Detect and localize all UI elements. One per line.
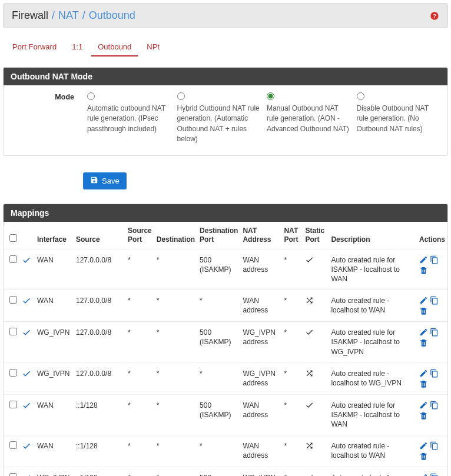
- mappings-panel: Mappings InterfaceSourceSource PortDesti…: [3, 204, 448, 476]
- source-cell: 127.0.0.0/8: [74, 362, 125, 394]
- nat-address-cell: WAN address: [240, 249, 281, 290]
- actions-cell: [417, 467, 447, 476]
- source-cell: ::1/128: [74, 467, 125, 476]
- delete-icon[interactable]: [419, 452, 428, 461]
- mode-desc: Hybrid Outbound NAT rule generation. (Au…: [177, 104, 261, 145]
- mappings-table: InterfaceSourceSource PortDestinationDes…: [4, 222, 447, 476]
- source-port-cell: *: [125, 249, 154, 290]
- mode-label: Mode: [11, 92, 87, 145]
- col-header: Source Port: [125, 222, 154, 249]
- delete-icon[interactable]: [419, 266, 428, 275]
- breadcrumb-sep: /: [82, 9, 85, 22]
- tab-1-1[interactable]: 1:1: [65, 39, 89, 56]
- panel-header: Mappings: [4, 204, 447, 222]
- help-icon[interactable]: ?: [430, 11, 439, 21]
- nat-address-cell: WAN address: [240, 394, 281, 435]
- static-port-cell: [303, 394, 329, 435]
- interface-cell: WAN: [35, 394, 74, 435]
- edit-icon[interactable]: [419, 296, 428, 305]
- description-cell: Auto created rule for ISAKMP - localhost…: [329, 249, 417, 290]
- description-cell: Auto created rule for ISAKMP - localhost…: [329, 322, 417, 363]
- actions-cell: [417, 322, 447, 363]
- check-icon: [305, 330, 314, 338]
- col-header: Source: [74, 222, 125, 249]
- enabled-check-icon[interactable]: [22, 404, 31, 412]
- mode-radio[interactable]: [87, 92, 95, 100]
- enabled-check-icon[interactable]: [22, 444, 31, 452]
- check-icon: [305, 403, 314, 411]
- save-button[interactable]: Save: [83, 172, 127, 189]
- table-row: WAN::1/128***WAN address*Auto created ru…: [4, 435, 447, 467]
- description-cell: Auto created rule for ISAKMP - localhost…: [329, 394, 417, 435]
- actions-cell: [417, 435, 447, 467]
- destination-port-cell: 500 (ISAKMP): [197, 394, 240, 435]
- shuffle-icon: [305, 298, 314, 307]
- row-select-checkbox[interactable]: [9, 369, 17, 377]
- description-cell: Auto created rule for ISAKMP - localhost…: [329, 467, 417, 476]
- row-select-checkbox[interactable]: [9, 441, 17, 449]
- edit-icon[interactable]: [419, 473, 428, 476]
- col-header: NAT Port: [281, 222, 303, 249]
- destination-port-cell: 500 (ISAKMP): [197, 467, 240, 476]
- row-select-checkbox[interactable]: [9, 473, 17, 476]
- tab-npt[interactable]: NPt: [140, 39, 166, 56]
- mode-radio[interactable]: [357, 92, 364, 100]
- breadcrumb-root: Firewall: [12, 9, 48, 22]
- interface-cell: WG_IVPN: [35, 362, 74, 394]
- copy-icon[interactable]: [430, 401, 439, 410]
- mode-options: Automatic outbound NAT rule generation. …: [87, 92, 440, 145]
- source-port-cell: *: [125, 435, 154, 467]
- enabled-check-icon[interactable]: [22, 299, 31, 307]
- tab-outbound[interactable]: Outbound: [91, 39, 138, 56]
- destination-cell: *: [154, 467, 197, 476]
- delete-icon[interactable]: [419, 380, 428, 388]
- mode-radio[interactable]: [177, 92, 185, 100]
- copy-icon[interactable]: [430, 255, 439, 264]
- col-header: Actions: [417, 222, 447, 249]
- actions-cell: [417, 290, 447, 322]
- enabled-check-icon[interactable]: [22, 372, 31, 380]
- destination-cell: *: [154, 249, 197, 290]
- copy-icon[interactable]: [430, 328, 439, 337]
- nat-port-cell: *: [281, 394, 303, 435]
- copy-icon[interactable]: [430, 369, 439, 378]
- shuffle-icon: [305, 371, 314, 380]
- delete-icon[interactable]: [419, 411, 428, 420]
- row-select-checkbox[interactable]: [9, 296, 17, 304]
- nat-port-cell: *: [281, 435, 303, 467]
- edit-icon[interactable]: [419, 328, 428, 337]
- mode-radio[interactable]: [267, 92, 274, 100]
- breadcrumb-current[interactable]: Outbound: [89, 9, 135, 22]
- edit-icon[interactable]: [419, 369, 428, 378]
- delete-icon[interactable]: [419, 307, 428, 315]
- destination-port-cell: 500 (ISAKMP): [197, 249, 240, 290]
- mode-option: Manual Outbound NAT rule generation. (AO…: [267, 92, 351, 145]
- copy-icon[interactable]: [430, 296, 439, 305]
- row-select-checkbox[interactable]: [9, 255, 17, 263]
- copy-icon[interactable]: [430, 473, 439, 476]
- edit-icon[interactable]: [419, 441, 428, 450]
- copy-icon[interactable]: [430, 441, 439, 450]
- enabled-check-icon[interactable]: [22, 258, 31, 267]
- nat-address-cell: WAN address: [240, 435, 281, 467]
- breadcrumb-link-nat[interactable]: NAT: [58, 9, 79, 22]
- static-port-cell: [303, 362, 329, 394]
- enabled-check-icon[interactable]: [22, 331, 31, 339]
- source-cell: ::1/128: [74, 435, 125, 467]
- edit-icon[interactable]: [419, 401, 428, 410]
- mode-row: Mode Automatic outbound NAT rule generat…: [4, 85, 447, 155]
- row-select-checkbox[interactable]: [9, 328, 17, 335]
- delete-icon[interactable]: [419, 338, 428, 347]
- select-all-checkbox[interactable]: [9, 234, 17, 242]
- actions-cell: [417, 249, 447, 290]
- mode-desc: Automatic outbound NAT rule generation. …: [87, 104, 171, 134]
- mode-desc: Manual Outbound NAT rule generation. (AO…: [267, 104, 351, 134]
- nat-port-cell: *: [281, 290, 303, 322]
- col-header: NAT Address: [240, 222, 281, 249]
- edit-icon[interactable]: [419, 255, 428, 264]
- table-row: WAN::1/128**500 (ISAKMP)WAN address*Auto…: [4, 394, 447, 435]
- mode-desc: Disable Outbound NAT rule generation. (N…: [357, 104, 441, 134]
- tab-port-forward[interactable]: Port Forward: [6, 39, 63, 56]
- save-label: Save: [102, 177, 120, 185]
- row-select-checkbox[interactable]: [9, 401, 17, 408]
